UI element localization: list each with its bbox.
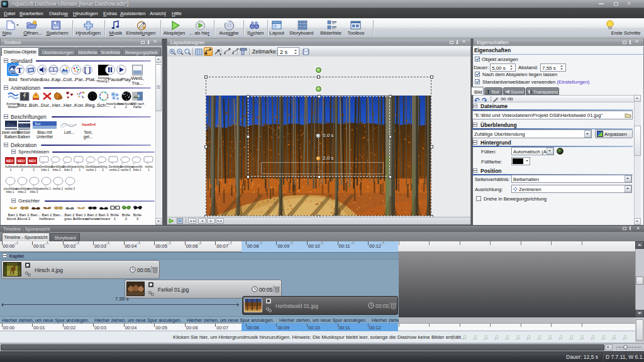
svg-text:NEU: NEU [29, 159, 36, 163]
svg-text:NEU: NEU [6, 159, 14, 163]
svg-text:Text: Text [35, 122, 41, 126]
svg-text:T: T [16, 65, 22, 75]
svg-text:[ ]: [ ] [84, 66, 91, 74]
svg-text:NEU: NEU [18, 159, 25, 163]
